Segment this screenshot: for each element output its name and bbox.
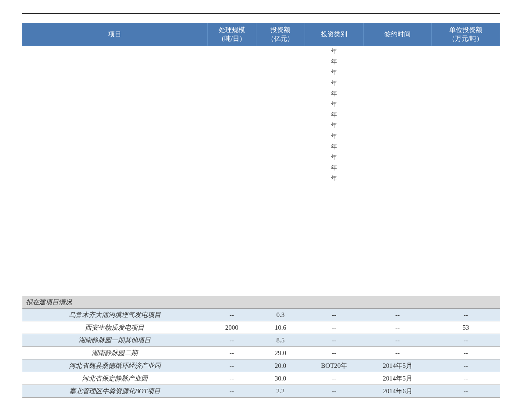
year-marker-block: 年年年年年年年年年年年年年 (22, 46, 500, 184)
section-body: 拟在建项目情况 (22, 296, 500, 309)
year-row: 年 (22, 163, 500, 173)
spacer-block (22, 184, 500, 296)
time-value: -- (363, 347, 432, 359)
time-value: 2014年5月 (363, 372, 432, 385)
scale-value: 2000 (207, 321, 256, 334)
type-value: -- (305, 321, 363, 334)
type-value: -- (305, 309, 363, 321)
year-row: 年 (22, 99, 500, 110)
unit-value: -- (432, 347, 500, 359)
year-row: 年 (22, 67, 500, 78)
invest-value: 29.0 (256, 347, 305, 359)
table-row: 河北省保定静脉产业园--30.0--2014年5月-- (22, 372, 500, 385)
time-value: -- (363, 309, 432, 321)
scale-value: -- (207, 372, 256, 385)
year-row: 年 (22, 142, 500, 152)
type-value: -- (305, 347, 363, 359)
year-row: 年 (22, 78, 500, 89)
project-name: 乌鲁木齐大浦沟填埋气发电项目 (22, 309, 208, 321)
project-name: 湖南静脉园二期 (22, 347, 208, 359)
invest-value: 0.3 (256, 309, 305, 321)
unit-value: 53 (432, 321, 500, 334)
header-time: 签约时间 (363, 23, 432, 46)
unit-value: -- (432, 309, 500, 321)
table-row: 塞北管理区牛粪资源化BOT项目--2.2--2014年6月-- (22, 385, 500, 398)
year-marker: 年 (305, 163, 363, 173)
scale-value: -- (207, 334, 256, 347)
invest-value: 8.5 (256, 334, 305, 347)
header-invest: 投资额（亿元） (256, 23, 305, 46)
year-marker: 年 (305, 46, 363, 57)
bottom-rule (22, 398, 500, 398)
year-marker: 年 (305, 89, 363, 99)
data-rows-body: 乌鲁木齐大浦沟填埋气发电项目--0.3------西安生物质发电项目200010… (22, 309, 500, 398)
year-marker: 年 (305, 173, 363, 184)
type-value: -- (305, 334, 363, 347)
project-name: 河北省魏县桑德循环经济产业园 (22, 359, 208, 372)
scale-value: -- (207, 347, 256, 359)
year-marker: 年 (305, 152, 363, 163)
year-row: 年 (22, 131, 500, 142)
scale-value: -- (207, 385, 256, 398)
project-name: 塞北管理区牛粪资源化BOT项目 (22, 385, 208, 398)
spacer (22, 184, 500, 296)
header-project: 项目 (22, 23, 208, 46)
table-row: 湖南静脉园一期其他项目--8.5------ (22, 334, 500, 347)
type-value: -- (305, 372, 363, 385)
year-row: 年 (22, 89, 500, 99)
project-name: 西安生物质发电项目 (22, 321, 208, 334)
year-row: 年 (22, 46, 500, 57)
year-marker: 年 (305, 131, 363, 142)
year-marker: 年 (305, 142, 363, 152)
section-title: 拟在建项目情况 (22, 296, 500, 309)
section-header-row: 拟在建项目情况 (22, 296, 500, 309)
invest-value: 2.2 (256, 385, 305, 398)
year-row: 年 (22, 173, 500, 184)
unit-value: -- (432, 385, 500, 398)
header-unit: 单位投资额（万元/吨） (432, 23, 500, 46)
table-row: 河北省魏县桑德循环经济产业园--20.0BOT20年2014年5月-- (22, 359, 500, 372)
scale-value: -- (207, 359, 256, 372)
table-row: 湖南静脉园二期--29.0------ (22, 347, 500, 359)
year-row: 年 (22, 110, 500, 120)
project-name: 湖南静脉园一期其他项目 (22, 334, 208, 347)
project-name: 河北省保定静脉产业园 (22, 372, 208, 385)
unit-value: -- (432, 372, 500, 385)
table-row: 乌鲁木齐大浦沟填埋气发电项目--0.3------ (22, 309, 500, 321)
year-marker: 年 (305, 67, 363, 78)
year-marker: 年 (305, 110, 363, 120)
invest-value: 10.6 (256, 321, 305, 334)
type-value: -- (305, 385, 363, 398)
year-row: 年 (22, 57, 500, 67)
time-value: 2014年6月 (363, 385, 432, 398)
table-header: 项目 处理规模（吨/日） 投资额（亿元） 投资类别 签约时间 单位投资额（万元/… (22, 23, 500, 46)
projects-table: 项目 处理规模（吨/日） 投资额（亿元） 投资类别 签约时间 单位投资额（万元/… (22, 23, 500, 398)
document-page: 项目 处理规模（吨/日） 投资额（亿元） 投资类别 签约时间 单位投资额（万元/… (0, 0, 522, 420)
year-row: 年 (22, 120, 500, 131)
invest-value: 30.0 (256, 372, 305, 385)
year-marker: 年 (305, 99, 363, 110)
time-value: -- (363, 334, 432, 347)
table-row: 西安生物质发电项目200010.6----53 (22, 321, 500, 334)
invest-value: 20.0 (256, 359, 305, 372)
time-value: -- (363, 321, 432, 334)
top-rule (22, 13, 500, 14)
year-marker: 年 (305, 120, 363, 131)
header-scale: 处理规模（吨/日） (207, 23, 256, 46)
time-value: 2014年5月 (363, 359, 432, 372)
scale-value: -- (207, 309, 256, 321)
year-marker: 年 (305, 78, 363, 89)
year-marker: 年 (305, 57, 363, 67)
unit-value: -- (432, 334, 500, 347)
year-row: 年 (22, 152, 500, 163)
unit-value: -- (432, 359, 500, 372)
header-type: 投资类别 (305, 23, 363, 46)
type-value: BOT20年 (305, 359, 363, 372)
